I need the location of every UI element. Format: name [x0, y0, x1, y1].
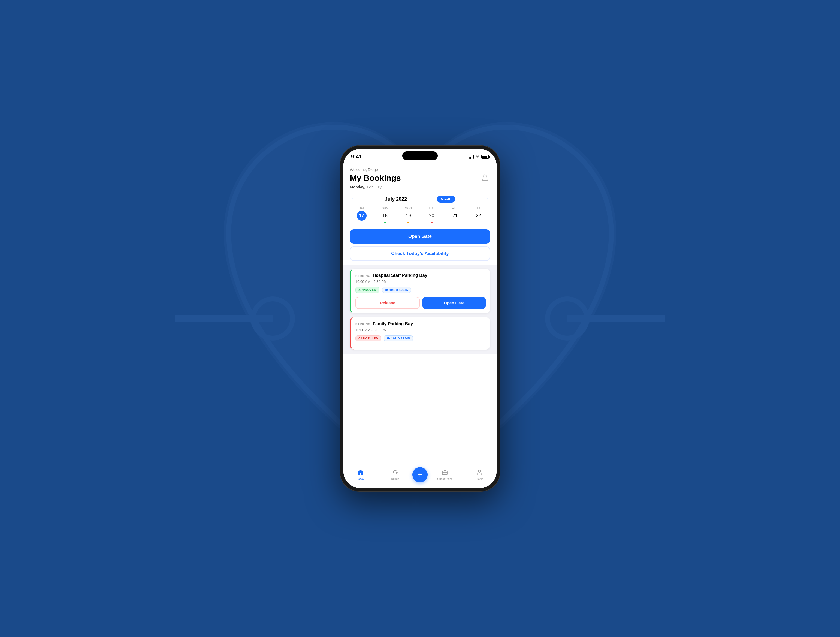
- cal-day-22[interactable]: THU 22: [467, 206, 490, 223]
- page-title: My Bookings: [350, 174, 401, 183]
- cal-dot-21: [454, 222, 456, 223]
- signal-bar-2: [470, 156, 471, 159]
- cal-dot-22: [477, 222, 479, 223]
- card-0-time: 10:00 AM - 5:30 PM: [355, 280, 486, 284]
- cal-day-label-tue: TUE: [429, 206, 435, 210]
- cal-day-label-thu: THU: [475, 206, 482, 210]
- phone-frame: 9:41: [339, 145, 501, 492]
- check-availability-button[interactable]: Check Today's Availability: [350, 246, 490, 261]
- card-0-actions: Release Open Gate: [355, 297, 486, 309]
- booking-card-0: PARKING Hospital Staff Parking Bay 10:00…: [350, 269, 490, 313]
- plus-icon: +: [418, 471, 422, 479]
- cal-dot-17: [361, 222, 363, 223]
- status-time: 9:41: [351, 153, 362, 160]
- card-1-header-row: PARKING Family Parking Bay: [355, 321, 486, 327]
- app-header: Welcome, Diego My Bookings Monday, 17th …: [343, 162, 497, 193]
- prev-month-button[interactable]: ‹: [350, 196, 355, 202]
- svg-point-7: [387, 291, 388, 291]
- nav-nudge[interactable]: Nudge: [378, 469, 413, 481]
- card-0-type: PARKING: [355, 274, 371, 277]
- cal-day-num-18[interactable]: 18: [380, 211, 390, 221]
- card-1-title: Family Parking Bay: [373, 321, 413, 326]
- signal-bars-icon: [469, 155, 474, 159]
- cal-day-num-21[interactable]: 21: [450, 211, 460, 221]
- next-month-button[interactable]: ›: [485, 196, 490, 202]
- profile-icon: [476, 469, 483, 477]
- nav-profile[interactable]: Profile: [462, 469, 497, 481]
- month-year-label: July 2022: [385, 196, 407, 202]
- status-icons: [469, 155, 489, 159]
- booking-card-1: PARKING Family Parking Bay 10:00 AM - 5:…: [350, 317, 490, 349]
- status-badge-approved: APPROVED: [355, 287, 379, 293]
- action-buttons: Open Gate Check Today's Availability: [343, 227, 497, 265]
- card-1-time: 10:00 AM - 5:00 PM: [355, 328, 486, 332]
- nav-profile-label: Profile: [475, 477, 483, 481]
- svg-point-14: [478, 470, 480, 472]
- calendar-header: ‹ July 2022 Month ›: [350, 196, 490, 202]
- svg-rect-12: [442, 471, 447, 475]
- cal-day-num-22[interactable]: 22: [474, 211, 483, 221]
- nudge-icon: [392, 469, 398, 477]
- wifi-icon: [475, 155, 480, 159]
- nav-add-button[interactable]: +: [412, 467, 428, 482]
- date-rest: 17th July: [366, 185, 382, 189]
- status-badge-cancelled: CANCELLED: [355, 335, 381, 341]
- cal-day-17[interactable]: SAT 17: [350, 206, 373, 223]
- header-row: My Bookings: [350, 173, 490, 183]
- card-0-title: Hospital Staff Parking Bay: [373, 273, 427, 278]
- home-icon: [357, 469, 364, 477]
- signal-bar-3: [472, 156, 472, 159]
- cal-dot-20: [431, 222, 433, 223]
- cal-day-label-mon: MON: [405, 206, 412, 210]
- nav-nudge-label: Nudge: [391, 477, 399, 481]
- cal-day-num-19[interactable]: 19: [403, 211, 413, 221]
- card-0-header-row: PARKING Hospital Staff Parking Bay: [355, 273, 486, 279]
- cal-day-label-wed: WED: [452, 206, 459, 210]
- view-mode-pill[interactable]: Month: [437, 196, 455, 202]
- phone-content[interactable]: Welcome, Diego My Bookings Monday, 17th …: [343, 162, 497, 464]
- nav-today[interactable]: Today: [343, 469, 378, 481]
- date-day-bold: Monday,: [350, 185, 365, 189]
- card-0-badges: APPROVED 191 D 12345: [355, 287, 486, 293]
- signal-bar-4: [473, 155, 474, 159]
- bookings-list: PARKING Hospital Staff Parking Bay 10:00…: [343, 265, 497, 354]
- card-1-badges: CANCELLED 191 D 12345: [355, 335, 486, 341]
- cal-day-20[interactable]: TUE 20: [420, 206, 444, 223]
- car-icon-1: [387, 337, 390, 340]
- cal-day-num-20[interactable]: 20: [427, 211, 437, 221]
- cal-day-19[interactable]: MON 19: [396, 206, 420, 223]
- cal-day-18[interactable]: SUN 18: [373, 206, 397, 223]
- svg-rect-5: [386, 289, 388, 289]
- cal-dot-19: [407, 222, 409, 223]
- cal-day-num-17[interactable]: 17: [357, 211, 366, 221]
- plate-badge-1: 191 D 12345: [384, 335, 413, 341]
- svg-point-6: [386, 291, 386, 291]
- cal-day-label-sun: SUN: [382, 206, 388, 210]
- card-1-type: PARKING: [355, 322, 371, 326]
- release-button[interactable]: Release: [355, 297, 420, 309]
- signal-bar-1: [469, 157, 470, 159]
- open-gate-main-button[interactable]: Open Gate: [350, 229, 490, 243]
- car-icon-0: [385, 288, 388, 291]
- cal-dot-18: [384, 222, 386, 223]
- date-display: Monday, 17th July: [350, 185, 490, 189]
- nav-out-of-office[interactable]: Out of Office: [428, 469, 462, 481]
- nav-out-of-office-label: Out of Office: [437, 477, 452, 481]
- welcome-text: Welcome, Diego: [350, 168, 490, 172]
- svg-point-11: [389, 339, 390, 340]
- calendar-section: ‹ July 2022 Month › SAT 17 SUN 18: [343, 193, 497, 227]
- plate-badge-0: 191 D 12345: [382, 287, 411, 293]
- battery-icon: [481, 155, 489, 159]
- bottom-navigation: Today Nudge +: [343, 464, 497, 488]
- notification-button[interactable]: [480, 173, 490, 183]
- card-0-open-gate-button[interactable]: Open Gate: [422, 297, 486, 309]
- calendar-days: SAT 17 SUN 18 MON 19: [350, 206, 490, 223]
- svg-point-10: [387, 339, 388, 340]
- dynamic-island: [402, 151, 438, 160]
- nav-today-label: Today: [357, 477, 365, 481]
- cal-day-21[interactable]: WED 21: [444, 206, 467, 223]
- briefcase-icon: [442, 469, 448, 477]
- svg-rect-9: [387, 337, 390, 338]
- cal-day-label-sat: SAT: [359, 206, 365, 210]
